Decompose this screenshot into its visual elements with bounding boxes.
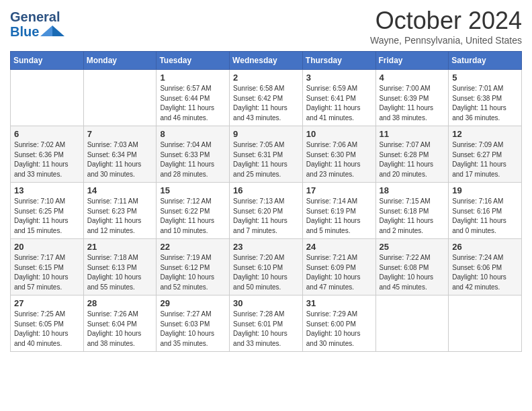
- day-number: 26: [452, 242, 518, 252]
- day-number: 14: [87, 185, 153, 195]
- day-number: 8: [160, 129, 226, 139]
- calendar-cell: 14 Sunrise: 7:11 AMSunset: 6:23 PMDaylig…: [83, 183, 157, 239]
- day-info: Sunrise: 7:25 AMSunset: 6:05 PMDaylight:…: [14, 310, 80, 349]
- day-number: 3: [306, 73, 372, 83]
- day-number: 28: [87, 298, 153, 308]
- calendar-table: SundayMondayTuesdayWednesdayThursdayFrid…: [10, 51, 522, 352]
- day-number: 15: [160, 185, 226, 195]
- day-info: Sunrise: 7:14 AMSunset: 6:19 PMDaylight:…: [306, 197, 372, 236]
- day-number: 30: [233, 298, 299, 308]
- day-number: 11: [380, 129, 445, 139]
- calendar-cell: 23 Sunrise: 7:20 AMSunset: 6:10 PMDaylig…: [230, 239, 303, 295]
- day-number: 25: [380, 242, 445, 252]
- col-header-tuesday: Tuesday: [157, 52, 230, 70]
- calendar-cell: 25 Sunrise: 7:22 AMSunset: 6:08 PMDaylig…: [375, 239, 449, 295]
- calendar-cell: 9 Sunrise: 7:05 AMSunset: 6:31 PMDayligh…: [230, 126, 303, 183]
- day-info: Sunrise: 7:12 AMSunset: 6:22 PMDaylight:…: [160, 197, 226, 236]
- calendar-cell: 19 Sunrise: 7:16 AMSunset: 6:16 PMDaylig…: [449, 183, 522, 239]
- day-info: Sunrise: 7:15 AMSunset: 6:18 PMDaylight:…: [380, 197, 445, 236]
- day-info: Sunrise: 7:16 AMSunset: 6:16 PMDaylight:…: [452, 197, 518, 236]
- day-info: Sunrise: 6:57 AMSunset: 6:44 PMDaylight:…: [160, 84, 226, 123]
- calendar-cell: 24 Sunrise: 7:21 AMSunset: 6:09 PMDaylig…: [302, 239, 375, 295]
- day-number: 16: [233, 185, 299, 195]
- day-info: Sunrise: 7:29 AMSunset: 6:00 PMDaylight:…: [306, 310, 372, 349]
- calendar-cell: 17 Sunrise: 7:14 AMSunset: 6:19 PMDaylig…: [302, 183, 375, 239]
- calendar-cell: 8 Sunrise: 7:04 AMSunset: 6:33 PMDayligh…: [157, 126, 230, 183]
- day-info: Sunrise: 7:24 AMSunset: 6:06 PMDaylight:…: [452, 253, 518, 292]
- day-info: Sunrise: 7:11 AMSunset: 6:23 PMDaylight:…: [87, 197, 153, 236]
- calendar-cell: 15 Sunrise: 7:12 AMSunset: 6:22 PMDaylig…: [157, 183, 230, 239]
- col-header-wednesday: Wednesday: [230, 52, 303, 70]
- col-header-friday: Friday: [375, 52, 449, 70]
- calendar-cell: 31 Sunrise: 7:29 AMSunset: 6:00 PMDaylig…: [302, 295, 375, 352]
- logo-general: General: [10, 9, 60, 24]
- day-number: 12: [452, 129, 518, 139]
- col-header-thursday: Thursday: [302, 52, 375, 70]
- calendar-cell: 30 Sunrise: 7:28 AMSunset: 6:01 PMDaylig…: [230, 295, 303, 352]
- day-info: Sunrise: 7:02 AMSunset: 6:36 PMDaylight:…: [14, 140, 80, 179]
- calendar-cell: [11, 70, 84, 126]
- day-number: 21: [87, 242, 153, 252]
- location: Wayne, Pennsylvania, United States: [370, 35, 522, 46]
- calendar-cell: [83, 70, 157, 126]
- calendar-cell: [449, 295, 522, 352]
- svg-marker-0: [52, 26, 64, 36]
- calendar-cell: 21 Sunrise: 7:18 AMSunset: 6:13 PMDaylig…: [83, 239, 157, 295]
- day-number: 27: [14, 298, 80, 308]
- calendar-cell: 5 Sunrise: 7:01 AMSunset: 6:38 PMDayligh…: [449, 70, 522, 126]
- svg-marker-1: [40, 26, 52, 36]
- day-info: Sunrise: 7:26 AMSunset: 6:04 PMDaylight:…: [87, 310, 153, 349]
- day-info: Sunrise: 7:21 AMSunset: 6:09 PMDaylight:…: [306, 253, 372, 292]
- day-info: Sunrise: 6:58 AMSunset: 6:42 PMDaylight:…: [233, 84, 299, 123]
- calendar-cell: 20 Sunrise: 7:17 AMSunset: 6:15 PMDaylig…: [11, 239, 84, 295]
- calendar-cell: 1 Sunrise: 6:57 AMSunset: 6:44 PMDayligh…: [157, 70, 230, 126]
- day-info: Sunrise: 7:20 AMSunset: 6:10 PMDaylight:…: [233, 253, 299, 292]
- day-number: 24: [306, 242, 372, 252]
- day-info: Sunrise: 7:19 AMSunset: 6:12 PMDaylight:…: [160, 253, 226, 292]
- day-number: 1: [160, 73, 226, 83]
- calendar-cell: 7 Sunrise: 7:03 AMSunset: 6:34 PMDayligh…: [83, 126, 157, 183]
- calendar-cell: 13 Sunrise: 7:10 AMSunset: 6:25 PMDaylig…: [11, 183, 84, 239]
- calendar-cell: 12 Sunrise: 7:09 AMSunset: 6:27 PMDaylig…: [449, 126, 522, 183]
- day-info: Sunrise: 7:22 AMSunset: 6:08 PMDaylight:…: [380, 253, 445, 292]
- day-number: 4: [380, 73, 445, 83]
- day-number: 10: [306, 129, 372, 139]
- calendar-cell: 4 Sunrise: 7:00 AMSunset: 6:39 PMDayligh…: [375, 70, 449, 126]
- day-number: 17: [306, 185, 372, 195]
- day-number: 19: [452, 185, 518, 195]
- day-info: Sunrise: 7:13 AMSunset: 6:20 PMDaylight:…: [233, 197, 299, 236]
- month-title: October 2024: [370, 7, 522, 35]
- calendar-cell: 10 Sunrise: 7:06 AMSunset: 6:30 PMDaylig…: [302, 126, 375, 183]
- day-number: 31: [306, 298, 372, 308]
- col-header-monday: Monday: [83, 52, 157, 70]
- day-info: Sunrise: 7:03 AMSunset: 6:34 PMDaylight:…: [87, 140, 153, 179]
- calendar-cell: 27 Sunrise: 7:25 AMSunset: 6:05 PMDaylig…: [11, 295, 84, 352]
- col-header-sunday: Sunday: [11, 52, 84, 70]
- calendar-cell: 2 Sunrise: 6:58 AMSunset: 6:42 PMDayligh…: [230, 70, 303, 126]
- calendar-cell: [375, 295, 449, 352]
- calendar-cell: 11 Sunrise: 7:07 AMSunset: 6:28 PMDaylig…: [375, 126, 449, 183]
- calendar-cell: 26 Sunrise: 7:24 AMSunset: 6:06 PMDaylig…: [449, 239, 522, 295]
- day-number: 5: [452, 73, 518, 83]
- day-info: Sunrise: 7:09 AMSunset: 6:27 PMDaylight:…: [452, 140, 518, 179]
- day-info: Sunrise: 7:01 AMSunset: 6:38 PMDaylight:…: [452, 84, 518, 123]
- calendar-cell: 22 Sunrise: 7:19 AMSunset: 6:12 PMDaylig…: [157, 239, 230, 295]
- day-info: Sunrise: 7:05 AMSunset: 6:31 PMDaylight:…: [233, 140, 299, 179]
- calendar-cell: 29 Sunrise: 7:27 AMSunset: 6:03 PMDaylig…: [157, 295, 230, 352]
- day-info: Sunrise: 7:06 AMSunset: 6:30 PMDaylight:…: [306, 140, 372, 179]
- day-info: Sunrise: 7:00 AMSunset: 6:39 PMDaylight:…: [380, 84, 445, 123]
- col-header-saturday: Saturday: [449, 52, 522, 70]
- day-number: 20: [14, 242, 80, 252]
- day-number: 13: [14, 185, 80, 195]
- logo-icon: [40, 24, 64, 39]
- day-number: 9: [233, 129, 299, 139]
- day-info: Sunrise: 6:59 AMSunset: 6:41 PMDaylight:…: [306, 84, 372, 123]
- title-area: October 2024 Wayne, Pennsylvania, United…: [370, 7, 522, 46]
- day-info: Sunrise: 7:17 AMSunset: 6:15 PMDaylight:…: [14, 253, 80, 292]
- logo: General Blue: [10, 9, 64, 39]
- calendar-cell: 18 Sunrise: 7:15 AMSunset: 6:18 PMDaylig…: [375, 183, 449, 239]
- day-number: 2: [233, 73, 299, 83]
- calendar-cell: 3 Sunrise: 6:59 AMSunset: 6:41 PMDayligh…: [302, 70, 375, 126]
- day-info: Sunrise: 7:28 AMSunset: 6:01 PMDaylight:…: [233, 310, 299, 349]
- day-number: 22: [160, 242, 226, 252]
